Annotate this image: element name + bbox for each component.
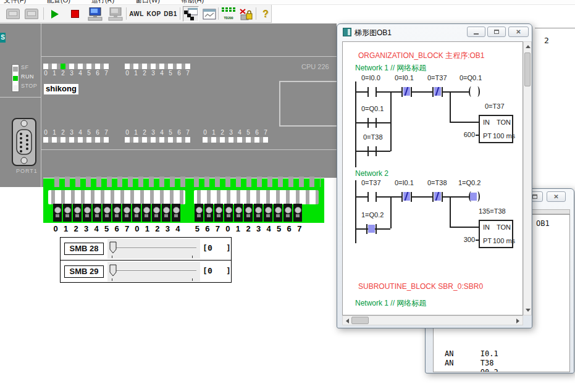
terminal-lamp[interactable] — [83, 204, 91, 222]
terminal-comb-right — [194, 190, 319, 204]
background-page-rule — [535, 28, 575, 28]
list-item: 0 — [51, 224, 61, 233]
open-awl-file-button[interactable] — [5, 6, 21, 22]
contact-bar — [366, 224, 367, 234]
input-led-numbers-i2: 01234567 — [201, 129, 270, 136]
terminal-tabs-left — [54, 177, 185, 187]
screen: { "menu": {"items": ["文件(F)", "配置(O)", "… — [0, 0, 575, 392]
open-db1-file-button[interactable] — [23, 6, 40, 22]
help-button[interactable]: ? — [258, 6, 274, 22]
list-item: 2 — [59, 129, 67, 136]
timer-box-t37: IN TON PT 100 ms — [479, 115, 513, 143]
ladder-wire — [355, 81, 356, 167]
ladder-window: 梯形图OB1 ✕ ORGANIZATION_BLOCK 主程序:OB1 Netw… — [337, 23, 532, 328]
terminal-lamp[interactable] — [63, 204, 72, 222]
device-name-tag[interactable]: shikong — [44, 84, 78, 94]
timer-pt-label: PT — [483, 237, 492, 244]
ladder-wire — [450, 196, 451, 227]
scroll-down-icon[interactable] — [526, 309, 531, 312]
terminal-lamp[interactable] — [162, 204, 170, 222]
list-item: 0 — [132, 224, 142, 233]
contact-label: 0=I0.1 — [395, 74, 414, 81]
awl-close-button[interactable]: ✕ — [547, 191, 566, 202]
smb28-slider[interactable] — [107, 239, 200, 259]
slider-thumb[interactable] — [109, 241, 117, 254]
slider-tick — [192, 256, 193, 258]
awl-header-fragment: OB1 — [536, 219, 550, 228]
ladder-wire — [443, 196, 469, 198]
smb28-value-open: [ — [203, 243, 208, 252]
terminal-lamp[interactable] — [122, 204, 131, 222]
timer-in-label: IN — [483, 223, 490, 231]
play-icon — [51, 10, 59, 19]
menu-items[interactable]: 文件(F)配置(O)运行(R)窗口(W)帮助(H) — [4, 0, 225, 5]
list-item: 6 — [175, 70, 183, 77]
terminal-lamp[interactable] — [264, 204, 272, 222]
terminal-lamp[interactable] — [132, 204, 141, 222]
terminal-lamp[interactable] — [172, 204, 180, 222]
vertical-scroll-thumb[interactable] — [524, 52, 531, 86]
scroll-up-icon[interactable] — [526, 45, 531, 48]
list-item: 7 — [122, 224, 132, 233]
list-item: 7 — [183, 70, 192, 77]
ladder-wire — [476, 240, 479, 241]
terminal-lamp[interactable] — [274, 204, 282, 222]
terminal-lamp[interactable] — [53, 204, 62, 222]
status-led-strip — [12, 64, 19, 92]
td200-button[interactable]: TD200 — [220, 6, 237, 22]
terminal-lamp[interactable] — [73, 204, 82, 222]
contact-label: 0=T37 — [361, 179, 381, 186]
timer-state-label: 135=T38 — [479, 207, 506, 215]
watch-window-button[interactable] — [201, 6, 217, 22]
monitor-off-button[interactable] — [107, 6, 124, 22]
terminal-lamp[interactable] — [93, 204, 101, 222]
terminal-lamp[interactable] — [142, 204, 151, 222]
ladder-close-button[interactable]: ✕ — [508, 27, 529, 37]
terminal-lamp[interactable] — [195, 204, 203, 222]
list-item: 2 — [243, 224, 254, 233]
ladder-minimize-button[interactable] — [467, 27, 485, 37]
slider-tick — [112, 278, 112, 281]
smb29-slider[interactable] — [107, 262, 200, 281]
terminal-lamp[interactable] — [283, 204, 292, 222]
kop-view-button[interactable]: KOP — [146, 6, 162, 22]
terminal-lamp[interactable] — [244, 204, 253, 222]
lock-button[interactable] — [238, 6, 254, 22]
list-item: 2 — [71, 224, 81, 233]
horizontal-scroll-thumb[interactable] — [351, 317, 369, 324]
branch-contact-label: 0=T38 — [363, 133, 383, 141]
list-item: 3 — [149, 70, 157, 77]
terminal-lamp[interactable] — [204, 204, 213, 222]
terminal-lamp[interactable] — [224, 204, 233, 222]
list-item: 2 — [140, 129, 149, 136]
horizontal-scrollbar[interactable] — [342, 315, 523, 325]
terminal-lamp[interactable] — [112, 204, 121, 222]
stop-button[interactable] — [67, 6, 83, 22]
terminal-lamp[interactable] — [152, 204, 161, 222]
program-blocks-button[interactable] — [183, 6, 199, 22]
ladder-maximize-button[interactable] — [487, 27, 506, 37]
terminal-lamp[interactable] — [214, 204, 223, 222]
scroll-left-icon[interactable] — [346, 319, 349, 323]
db1-view-button[interactable]: DB1 — [162, 6, 178, 22]
vertical-scrollbar[interactable] — [523, 41, 532, 315]
org-block-header: ORGANIZATION_BLOCK 主程序:OB1 — [358, 51, 484, 61]
terminal-lamp[interactable] — [293, 204, 302, 222]
list-item: 3 — [162, 224, 172, 233]
awl-view-button[interactable]: AWL — [128, 6, 145, 22]
list-item: 帮助(H) — [181, 0, 204, 5]
contact-label: 0=I0.0 — [361, 74, 380, 81]
list-item: 4 — [264, 224, 274, 233]
run-button[interactable] — [47, 6, 63, 22]
terminal-lamp[interactable] — [234, 204, 243, 222]
terminal-lamp[interactable] — [254, 204, 262, 222]
list-item: 3 — [67, 70, 76, 77]
scroll-right-icon[interactable] — [516, 319, 519, 323]
slider-thumb[interactable] — [109, 264, 117, 277]
terminal-lamp[interactable] — [103, 204, 111, 222]
list-item: 7 — [183, 129, 192, 136]
panel-divider — [41, 149, 337, 150]
ladder-canvas[interactable]: ORGANIZATION_BLOCK 主程序:OB1 Network 1 // … — [342, 41, 523, 315]
stop-icon — [71, 10, 79, 18]
monitor-on-button[interactable] — [87, 6, 103, 22]
